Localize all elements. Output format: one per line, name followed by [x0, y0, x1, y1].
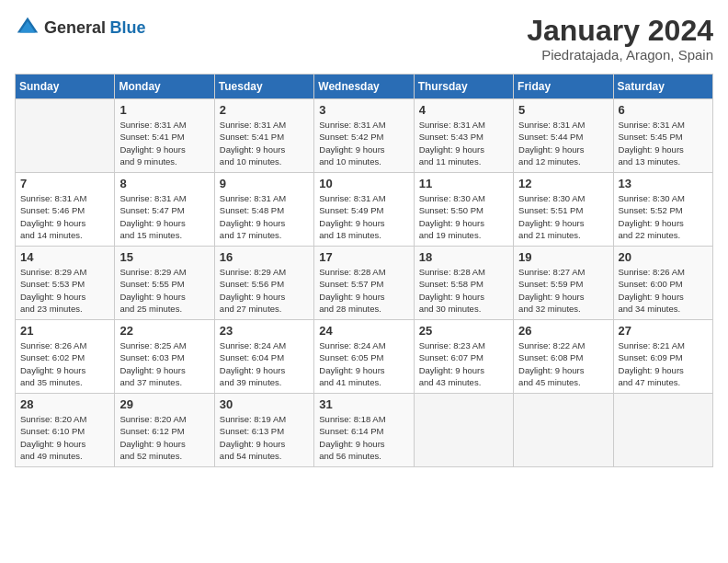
- day-info: Sunrise: 8:18 AMSunset: 6:14 PMDaylight:…: [319, 413, 408, 462]
- calendar-cell: 12Sunrise: 8:30 AMSunset: 5:51 PMDayligh…: [514, 173, 613, 247]
- day-info: Sunrise: 8:21 AMSunset: 6:09 PMDaylight:…: [619, 339, 708, 388]
- day-number: 10: [319, 177, 408, 190]
- weekday-header: Thursday: [414, 75, 513, 99]
- day-number: 14: [20, 250, 109, 264]
- weekday-header: Monday: [115, 75, 214, 99]
- day-number: 4: [419, 103, 508, 117]
- day-number: 17: [319, 250, 408, 264]
- day-number: 22: [119, 324, 209, 338]
- calendar-header: SundayMondayTuesdayWednesdayThursdayFrid…: [16, 75, 713, 99]
- day-number: 9: [220, 177, 309, 190]
- day-number: 27: [619, 324, 708, 338]
- day-info: Sunrise: 8:31 AMSunset: 5:44 PMDaylight:…: [518, 119, 608, 167]
- day-info: Sunrise: 8:31 AMSunset: 5:49 PMDaylight:…: [319, 192, 408, 241]
- day-number: 18: [419, 250, 508, 264]
- calendar-cell: 23Sunrise: 8:24 AMSunset: 6:04 PMDayligh…: [214, 320, 313, 394]
- calendar-cell: 8Sunrise: 8:31 AMSunset: 5:47 PMDaylight…: [115, 173, 214, 247]
- calendar-cell: 21Sunrise: 8:26 AMSunset: 6:02 PMDayligh…: [16, 320, 115, 394]
- calendar-cell: [514, 394, 613, 467]
- day-info: Sunrise: 8:31 AMSunset: 5:48 PMDaylight:…: [220, 192, 309, 241]
- weekday-header: Tuesday: [214, 75, 313, 99]
- month-title: January 2024: [527, 15, 713, 47]
- day-number: 21: [20, 324, 109, 338]
- day-info: Sunrise: 8:31 AMSunset: 5:47 PMDaylight:…: [119, 192, 209, 241]
- calendar-cell: 7Sunrise: 8:31 AMSunset: 5:46 PMDaylight…: [16, 173, 115, 247]
- day-info: Sunrise: 8:29 AMSunset: 5:55 PMDaylight:…: [119, 266, 209, 315]
- day-info: Sunrise: 8:31 AMSunset: 5:42 PMDaylight:…: [319, 119, 408, 167]
- weekday-header: Saturday: [613, 75, 712, 99]
- page-header: General Blue January 2024 Piedratajada, …: [15, 15, 713, 63]
- weekday-header: Friday: [514, 75, 613, 99]
- calendar-cell: 29Sunrise: 8:20 AMSunset: 6:12 PMDayligh…: [115, 394, 214, 467]
- calendar-cell: 16Sunrise: 8:29 AMSunset: 5:56 PMDayligh…: [214, 247, 313, 320]
- logo-general-text: General: [44, 18, 106, 37]
- day-number: 13: [619, 177, 708, 190]
- day-info: Sunrise: 8:28 AMSunset: 5:58 PMDaylight:…: [419, 266, 508, 315]
- day-number: 20: [619, 250, 708, 264]
- calendar-cell: 31Sunrise: 8:18 AMSunset: 6:14 PMDayligh…: [314, 394, 414, 467]
- day-info: Sunrise: 8:26 AMSunset: 6:02 PMDaylight:…: [20, 339, 109, 388]
- day-info: Sunrise: 8:29 AMSunset: 5:56 PMDaylight:…: [220, 266, 309, 315]
- day-number: 7: [20, 177, 109, 190]
- day-number: 29: [119, 397, 209, 411]
- calendar-cell: [613, 394, 712, 467]
- calendar-week-row: 21Sunrise: 8:26 AMSunset: 6:02 PMDayligh…: [16, 320, 713, 394]
- day-number: 5: [518, 103, 608, 117]
- day-info: Sunrise: 8:29 AMSunset: 5:53 PMDaylight:…: [20, 266, 109, 315]
- calendar-cell: 27Sunrise: 8:21 AMSunset: 6:09 PMDayligh…: [613, 320, 712, 394]
- day-info: Sunrise: 8:20 AMSunset: 6:10 PMDaylight:…: [20, 413, 109, 462]
- title-block: January 2024 Piedratajada, Aragon, Spain: [527, 15, 713, 63]
- calendar-cell: 28Sunrise: 8:20 AMSunset: 6:10 PMDayligh…: [16, 394, 115, 467]
- day-info: Sunrise: 8:31 AMSunset: 5:41 PMDaylight:…: [119, 119, 209, 167]
- day-info: Sunrise: 8:31 AMSunset: 5:41 PMDaylight:…: [220, 119, 309, 167]
- calendar-cell: 1Sunrise: 8:31 AMSunset: 5:41 PMDaylight…: [115, 99, 214, 173]
- calendar-cell: 3Sunrise: 8:31 AMSunset: 5:42 PMDaylight…: [314, 99, 414, 173]
- calendar-cell: 15Sunrise: 8:29 AMSunset: 5:55 PMDayligh…: [115, 247, 214, 320]
- day-number: 28: [20, 397, 109, 411]
- day-info: Sunrise: 8:24 AMSunset: 6:05 PMDaylight:…: [319, 339, 408, 388]
- calendar-cell: 30Sunrise: 8:19 AMSunset: 6:13 PMDayligh…: [214, 394, 313, 467]
- day-number: 2: [220, 103, 309, 117]
- day-number: 1: [119, 103, 209, 117]
- calendar-cell: 20Sunrise: 8:26 AMSunset: 6:00 PMDayligh…: [613, 247, 712, 320]
- calendar-week-row: 1Sunrise: 8:31 AMSunset: 5:41 PMDaylight…: [16, 99, 713, 173]
- day-number: 3: [319, 103, 408, 117]
- day-info: Sunrise: 8:26 AMSunset: 6:00 PMDaylight:…: [619, 266, 708, 315]
- calendar-cell: 10Sunrise: 8:31 AMSunset: 5:49 PMDayligh…: [314, 173, 414, 247]
- calendar-cell: [414, 394, 513, 467]
- calendar-cell: 26Sunrise: 8:22 AMSunset: 6:08 PMDayligh…: [514, 320, 613, 394]
- calendar-cell: 4Sunrise: 8:31 AMSunset: 5:43 PMDaylight…: [414, 99, 513, 173]
- calendar-cell: 5Sunrise: 8:31 AMSunset: 5:44 PMDaylight…: [514, 99, 613, 173]
- calendar-cell: 24Sunrise: 8:24 AMSunset: 6:05 PMDayligh…: [314, 320, 414, 394]
- calendar-cell: 19Sunrise: 8:27 AMSunset: 5:59 PMDayligh…: [514, 247, 613, 320]
- calendar-cell: 14Sunrise: 8:29 AMSunset: 5:53 PMDayligh…: [16, 247, 115, 320]
- calendar-cell: 18Sunrise: 8:28 AMSunset: 5:58 PMDayligh…: [414, 247, 513, 320]
- calendar-body: 1Sunrise: 8:31 AMSunset: 5:41 PMDaylight…: [16, 99, 713, 467]
- logo-blue-text: Blue: [110, 18, 146, 37]
- day-number: 23: [220, 324, 309, 338]
- day-number: 11: [419, 177, 508, 190]
- calendar-cell: 9Sunrise: 8:31 AMSunset: 5:48 PMDaylight…: [214, 173, 313, 247]
- day-number: 24: [319, 324, 408, 338]
- calendar-cell: 22Sunrise: 8:25 AMSunset: 6:03 PMDayligh…: [115, 320, 214, 394]
- day-info: Sunrise: 8:31 AMSunset: 5:45 PMDaylight:…: [619, 119, 708, 167]
- day-info: Sunrise: 8:28 AMSunset: 5:57 PMDaylight:…: [319, 266, 408, 315]
- calendar-cell: 13Sunrise: 8:30 AMSunset: 5:52 PMDayligh…: [613, 173, 712, 247]
- day-info: Sunrise: 8:22 AMSunset: 6:08 PMDaylight:…: [518, 339, 608, 388]
- calendar-cell: 2Sunrise: 8:31 AMSunset: 5:41 PMDaylight…: [214, 99, 313, 173]
- calendar-cell: 17Sunrise: 8:28 AMSunset: 5:57 PMDayligh…: [314, 247, 414, 320]
- day-number: 15: [119, 250, 209, 264]
- calendar-cell: 11Sunrise: 8:30 AMSunset: 5:50 PMDayligh…: [414, 173, 513, 247]
- weekday-header: Sunday: [16, 75, 115, 99]
- day-info: Sunrise: 8:20 AMSunset: 6:12 PMDaylight:…: [119, 413, 209, 462]
- day-info: Sunrise: 8:30 AMSunset: 5:52 PMDaylight:…: [619, 192, 708, 241]
- calendar-cell: 6Sunrise: 8:31 AMSunset: 5:45 PMDaylight…: [613, 99, 712, 173]
- day-number: 31: [319, 397, 408, 411]
- day-number: 16: [220, 250, 309, 264]
- logo: General Blue: [15, 15, 146, 40]
- day-info: Sunrise: 8:31 AMSunset: 5:43 PMDaylight:…: [419, 119, 508, 167]
- day-number: 6: [619, 103, 708, 117]
- calendar-cell: [16, 99, 115, 173]
- day-number: 8: [119, 177, 209, 190]
- location-title: Piedratajada, Aragon, Spain: [527, 47, 713, 63]
